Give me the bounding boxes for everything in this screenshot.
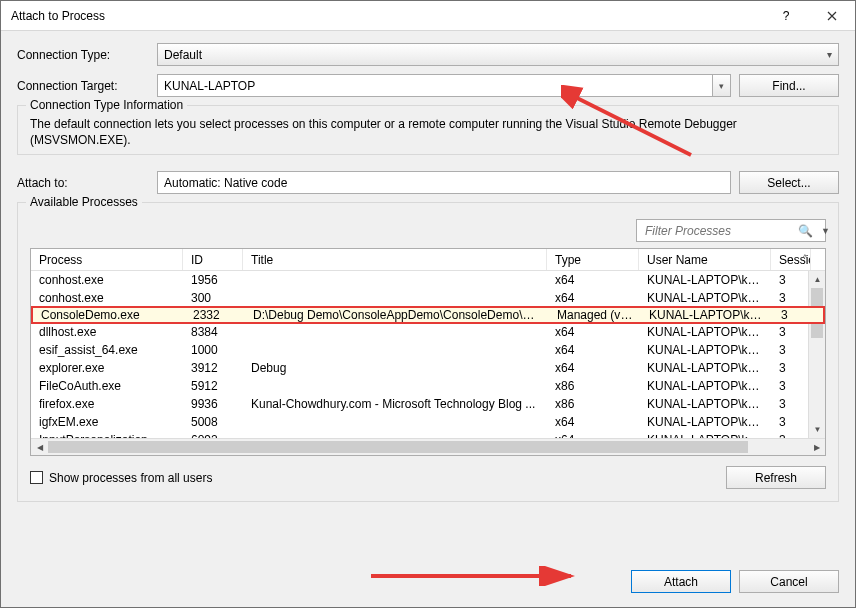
scroll-right-button[interactable]: ▶ (808, 439, 825, 456)
table-cell: D:\Debug Demo\ConsoleAppDemo\ConsoleDemo… (245, 308, 549, 322)
attach-to-label: Attach to: (17, 176, 157, 190)
column-header-username[interactable]: User Name (639, 249, 771, 270)
table-cell: 300 (183, 291, 243, 305)
table-cell: conhost.exe (31, 273, 183, 287)
close-button[interactable] (809, 1, 855, 31)
help-button[interactable]: ? (763, 1, 809, 31)
scroll-down-button[interactable]: ▼ (809, 421, 826, 438)
connection-target-label: Connection Target: (17, 79, 157, 93)
connection-type-dropdown[interactable]: Default ▾ (157, 43, 839, 66)
table-cell: x64 (547, 415, 639, 429)
table-cell: 8384 (183, 325, 243, 339)
vertical-scrollbar[interactable]: ▲ ▼ (808, 271, 825, 438)
available-processes-title: Available Processes (26, 195, 142, 209)
connection-type-info-title: Connection Type Information (26, 98, 187, 112)
scroll-track-vertical (809, 338, 825, 421)
column-header-title[interactable]: Title (243, 249, 547, 270)
table-row[interactable]: ConsoleDemo.exe2332D:\Debug Demo\Console… (31, 306, 825, 324)
table-header: Process ID Title Type User Name Sessio ^ (31, 249, 825, 271)
cancel-button[interactable]: Cancel (739, 570, 839, 593)
sort-up-icon: ^ (803, 253, 807, 263)
attach-to-process-dialog: Attach to Process ? Connection Type: Def… (0, 0, 856, 608)
table-cell: KUNAL-LAPTOP\kunal (641, 308, 773, 322)
table-cell: x64 (547, 291, 639, 305)
select-button[interactable]: Select... (739, 171, 839, 194)
column-header-id[interactable]: ID (183, 249, 243, 270)
table-cell: dllhost.exe (31, 325, 183, 339)
table-row[interactable]: conhost.exe1956x64KUNAL-LAPTOP\kunal3 (31, 271, 825, 289)
table-row[interactable]: FileCoAuth.exe5912x86KUNAL-LAPTOP\kunal3 (31, 377, 825, 395)
table-body: conhost.exe1956x64KUNAL-LAPTOP\kunal3con… (31, 271, 825, 449)
scroll-thumb-horizontal[interactable] (48, 441, 748, 453)
table-cell: 3 (771, 397, 811, 411)
refresh-button[interactable]: Refresh (726, 466, 826, 489)
connection-type-info-group: Connection Type Information The default … (17, 105, 839, 155)
table-cell: 3 (773, 308, 813, 322)
search-icon: 🔍 (798, 224, 813, 238)
table-row[interactable]: igfxEM.exe5008x64KUNAL-LAPTOP\kunal3 (31, 413, 825, 431)
table-cell: igfxEM.exe (31, 415, 183, 429)
table-cell: KUNAL-LAPTOP\kunal (639, 361, 771, 375)
connection-type-label: Connection Type: (17, 48, 157, 62)
close-icon (827, 11, 837, 21)
titlebar: Attach to Process ? (1, 1, 855, 31)
table-cell: 3 (771, 361, 811, 375)
table-cell: KUNAL-LAPTOP\kunal (639, 291, 771, 305)
attach-to-value: Automatic: Native code (164, 176, 287, 190)
filter-input-field[interactable] (643, 223, 798, 239)
column-header-process[interactable]: Process (31, 249, 183, 270)
scroll-up-button[interactable]: ▲ (809, 271, 826, 288)
table-cell: x86 (547, 379, 639, 393)
table-cell: 2332 (185, 308, 245, 322)
column-header-session[interactable]: Sessio ^ (771, 249, 811, 270)
attach-to-value-box: Automatic: Native code (157, 171, 731, 194)
table-cell: 3 (771, 273, 811, 287)
table-cell: KUNAL-LAPTOP\kunal (639, 273, 771, 287)
scroll-track-horizontal (748, 439, 808, 455)
chevron-down-icon: ▾ (827, 49, 832, 60)
table-cell: 3 (771, 291, 811, 305)
scroll-left-button[interactable]: ◀ (31, 439, 48, 456)
table-cell: 1956 (183, 273, 243, 287)
table-cell: KUNAL-LAPTOP\kunal (639, 343, 771, 357)
table-row[interactable]: firefox.exe9936Kunal-Chowdhury.com - Mic… (31, 395, 825, 413)
connection-type-value: Default (164, 48, 202, 62)
show-all-users-checkbox[interactable]: Show processes from all users (30, 471, 212, 485)
table-cell: x64 (547, 325, 639, 339)
table-cell: esif_assist_64.exe (31, 343, 183, 357)
table-row[interactable]: esif_assist_64.exe1000x64KUNAL-LAPTOP\ku… (31, 341, 825, 359)
attach-button[interactable]: Attach (631, 570, 731, 593)
horizontal-scrollbar[interactable]: ◀ ▶ (31, 438, 825, 455)
table-cell: x64 (547, 343, 639, 357)
connection-target-dropdown-button[interactable]: ▾ (713, 74, 731, 97)
table-cell: ConsoleDemo.exe (33, 308, 185, 322)
filter-processes-input[interactable]: 🔍 ▼ (636, 219, 826, 242)
window-title: Attach to Process (11, 9, 763, 23)
annotation-arrow-2 (371, 566, 591, 586)
dropdown-chevron-icon[interactable]: ▼ (821, 226, 830, 236)
table-cell: Managed (v4.... (549, 308, 641, 322)
table-row[interactable]: conhost.exe300x64KUNAL-LAPTOP\kunal3 (31, 289, 825, 307)
table-cell: 5008 (183, 415, 243, 429)
find-button[interactable]: Find... (739, 74, 839, 97)
table-row[interactable]: explorer.exe3912Debugx64KUNAL-LAPTOP\kun… (31, 359, 825, 377)
table-cell: KUNAL-LAPTOP\kunal (639, 379, 771, 393)
table-cell: x86 (547, 397, 639, 411)
table-cell: Debug (243, 361, 547, 375)
table-cell: 3 (771, 343, 811, 357)
table-row[interactable]: dllhost.exe8384x64KUNAL-LAPTOP\kunal3 (31, 323, 825, 341)
available-processes-group: Available Processes 🔍 ▼ Process ID Title… (17, 202, 839, 502)
table-cell: 3 (771, 379, 811, 393)
table-cell: KUNAL-LAPTOP\kunal (639, 397, 771, 411)
table-cell: FileCoAuth.exe (31, 379, 183, 393)
table-cell: Kunal-Chowdhury.com - Microsoft Technolo… (243, 397, 547, 411)
connection-target-input[interactable]: KUNAL-LAPTOP (157, 74, 713, 97)
table-cell: x64 (547, 273, 639, 287)
process-table: Process ID Title Type User Name Sessio ^… (30, 248, 826, 456)
table-cell: 3 (771, 325, 811, 339)
checkbox-box (30, 471, 43, 484)
column-header-type[interactable]: Type (547, 249, 639, 270)
connection-target-value: KUNAL-LAPTOP (164, 79, 255, 93)
table-cell: explorer.exe (31, 361, 183, 375)
table-cell: x64 (547, 361, 639, 375)
